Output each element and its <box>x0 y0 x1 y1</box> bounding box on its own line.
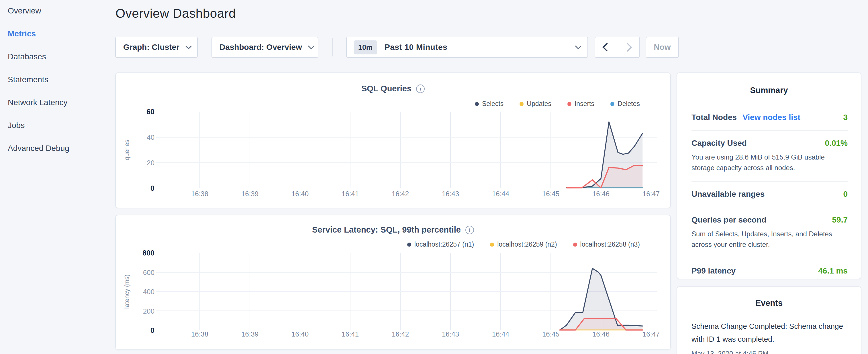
summary-row-value: 59.7 <box>832 215 848 225</box>
y-tick-label: 40 <box>147 133 154 141</box>
dashboard-dropdown[interactable]: Dashboard: Overview <box>212 37 318 58</box>
time-range-badge: 10m <box>353 40 377 55</box>
x-tick-label: 16:45 <box>542 330 559 338</box>
y-tick-label: 60 <box>147 108 154 116</box>
toolbar-divider <box>333 38 333 57</box>
toolbar: Graph: Cluster Dashboard: Overview 10m P… <box>115 37 717 58</box>
summary-row-label: P99 latency <box>691 266 736 276</box>
x-tick-label: 16:46 <box>592 330 610 338</box>
time-forward-button[interactable] <box>617 37 639 57</box>
summary-row-label: Capacity Used <box>691 139 747 148</box>
chevron-down-icon <box>185 43 192 50</box>
x-tick-label: 16:39 <box>241 330 258 338</box>
summary-row-value: 0 <box>843 190 848 199</box>
sidebar-item-jobs[interactable]: Jobs <box>0 114 109 137</box>
view-nodes-list-link[interactable]: View nodes list <box>743 113 800 122</box>
chevron-left-icon <box>602 43 611 52</box>
sidebar-item-databases[interactable]: Databases <box>0 45 109 68</box>
now-button[interactable]: Now <box>646 37 679 58</box>
events-panel: Events Schema Change Completed: Schema c… <box>677 286 861 354</box>
event-timestamp: May 13, 2020 at 4:45 PM <box>691 350 848 354</box>
sidebar-item-network-latency[interactable]: Network Latency <box>0 91 109 114</box>
graph-dropdown-label: Graph: Cluster <box>123 43 179 52</box>
chevron-right-icon <box>623 43 632 52</box>
y-tick-label: 0 <box>150 184 154 192</box>
sql-queries-chart-card: SQL Queries i SelectsUpdatesInsertsDelet… <box>115 72 671 208</box>
x-tick-label: 16:40 <box>291 330 309 338</box>
summary-row-queries-per-second: Queries per second 59.7 Sum of Selects, … <box>691 207 848 258</box>
x-tick-label: 16:38 <box>191 330 208 338</box>
x-tick-label: 16:47 <box>643 330 660 338</box>
x-tick-label: 16:41 <box>342 330 359 338</box>
summary-row-value: 0.01% <box>825 139 848 148</box>
summary-panel: Summary Total Nodes View nodes list 3 Ca… <box>677 72 861 279</box>
sidebar-item-advanced-debug[interactable]: Advanced Debug <box>0 137 109 160</box>
sidebar-item-metrics[interactable]: Metrics <box>0 22 109 45</box>
events-title: Events <box>677 298 861 308</box>
summary-row-description: You are using 28.6 MiB of 515.9 GiB usab… <box>691 152 848 173</box>
x-tick-label: 16:42 <box>392 190 409 198</box>
x-tick-label: 16:38 <box>191 190 208 198</box>
y-axis-label: queries <box>123 139 130 160</box>
x-tick-label: 16:45 <box>542 190 559 198</box>
x-tick-label: 16:46 <box>592 190 610 198</box>
time-step-buttons <box>595 37 640 58</box>
y-axis-label: latency (ms) <box>123 275 130 309</box>
time-back-button[interactable] <box>595 37 617 57</box>
y-tick-label: 0 <box>150 326 154 334</box>
x-tick-label: 16:42 <box>392 330 409 338</box>
service-latency-chart-card: Service Latency: SQL, 99th percentile i … <box>115 215 671 350</box>
x-tick-label: 16:44 <box>492 330 509 338</box>
graph-dropdown[interactable]: Graph: Cluster <box>115 37 198 58</box>
x-tick-label: 16:40 <box>291 190 309 198</box>
y-tick-label: 400 <box>143 288 154 296</box>
chevron-down-icon <box>575 43 582 50</box>
summary-row-label: Queries per second <box>691 215 766 225</box>
sidebar-nav: Overview Metrics Databases Statements Ne… <box>0 0 109 160</box>
summary-row-total-nodes: Total Nodes View nodes list 3 <box>691 105 848 130</box>
summary-row-description: Sum of Selects, Updates, Inserts, and De… <box>691 229 848 250</box>
summary-row-unavailable-ranges: Unavailable ranges 0 <box>691 181 848 207</box>
y-tick-label: 200 <box>143 307 154 315</box>
summary-row-label: Total Nodes <box>691 113 737 122</box>
time-range-label: Past 10 Minutes <box>384 43 569 52</box>
x-tick-label: 16:43 <box>442 190 459 198</box>
y-tick-label: 800 <box>143 249 154 257</box>
sql-queries-plot: 16:3816:3916:4016:4116:4216:4316:4416:45… <box>116 73 670 207</box>
time-range-selector[interactable]: 10m Past 10 Minutes <box>346 37 588 58</box>
y-tick-label: 20 <box>147 159 154 167</box>
x-tick-label: 16:43 <box>442 330 459 338</box>
event-list-item[interactable]: Schema Change Completed: Schema change w… <box>691 320 848 354</box>
now-button-label: Now <box>654 43 671 52</box>
sidebar-item-statements[interactable]: Statements <box>0 68 109 91</box>
x-tick-label: 16:41 <box>342 190 359 198</box>
chevron-down-icon <box>308 43 315 50</box>
summary-row-value: 46.1 ms <box>818 266 848 276</box>
summary-row-p99-latency: P99 latency 46.1 ms <box>691 258 848 284</box>
summary-title: Summary <box>677 86 861 95</box>
summary-row-capacity-used: Capacity Used 0.01% You are using 28.6 M… <box>691 130 848 181</box>
sidebar-item-overview[interactable]: Overview <box>0 0 109 22</box>
dashboard-dropdown-label: Dashboard: Overview <box>219 43 302 52</box>
summary-row-label: Unavailable ranges <box>691 190 765 199</box>
page-title: Overview Dashboard <box>116 6 236 21</box>
service-latency-plot: 16:3816:3916:4016:4116:4216:4316:4416:45… <box>116 215 670 349</box>
x-tick-label: 16:47 <box>643 190 660 198</box>
event-text: Schema Change Completed: Schema change w… <box>691 320 848 346</box>
x-tick-label: 16:39 <box>241 190 258 198</box>
x-tick-label: 16:44 <box>492 190 509 198</box>
y-tick-label: 600 <box>143 269 154 277</box>
summary-row-value: 3 <box>843 113 848 122</box>
